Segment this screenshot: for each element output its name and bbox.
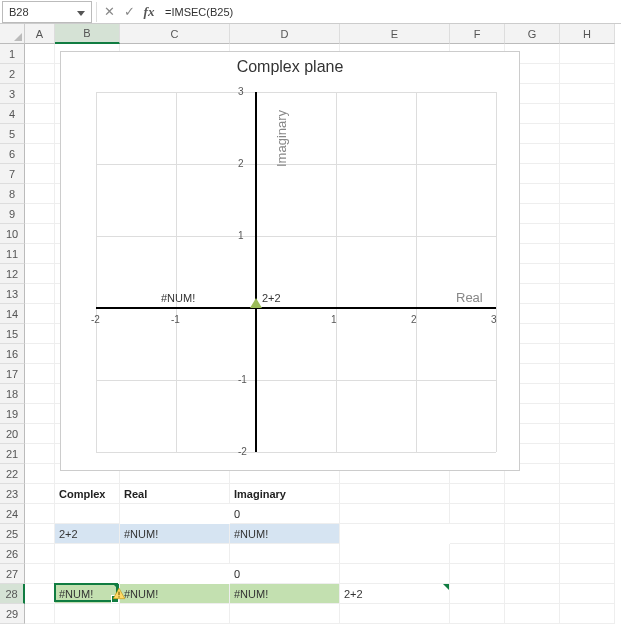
row-header-24[interactable]: 24 (0, 504, 25, 524)
cell[interactable] (505, 544, 560, 564)
cell[interactable]: #NUM! (120, 524, 230, 544)
cell[interactable] (25, 344, 55, 364)
cell[interactable] (505, 584, 560, 604)
cell[interactable] (25, 304, 55, 324)
cell[interactable] (450, 504, 505, 524)
cell[interactable] (340, 604, 450, 624)
cell[interactable] (25, 124, 55, 144)
row-header-1[interactable]: 1 (0, 44, 25, 64)
cell[interactable] (560, 124, 615, 144)
cell[interactable]: #NUM! (120, 584, 230, 604)
cell[interactable]: #NUM! (230, 584, 340, 604)
cell[interactable]: #NUM! (230, 524, 340, 544)
cell[interactable] (340, 504, 450, 524)
name-box[interactable]: B28 (2, 1, 92, 23)
row-header-8[interactable]: 8 (0, 184, 25, 204)
row-header-16[interactable]: 16 (0, 344, 25, 364)
row-header-21[interactable]: 21 (0, 444, 25, 464)
cell[interactable] (25, 284, 55, 304)
cell[interactable] (560, 144, 615, 164)
cell[interactable]: 2+2 (340, 584, 450, 604)
cell[interactable]: 0 (230, 504, 340, 524)
col-header-C[interactable]: C (120, 24, 230, 44)
col-header-B[interactable]: B (55, 24, 120, 44)
cell[interactable] (450, 544, 505, 564)
cell[interactable] (340, 544, 450, 564)
col-header-F[interactable]: F (450, 24, 505, 44)
cell[interactable] (505, 524, 560, 544)
cell[interactable] (560, 304, 615, 324)
cell[interactable] (560, 584, 615, 604)
row-header-7[interactable]: 7 (0, 164, 25, 184)
cell[interactable] (340, 484, 450, 504)
row-header-19[interactable]: 19 (0, 404, 25, 424)
cell[interactable] (55, 544, 120, 564)
cell[interactable] (450, 604, 505, 624)
cell[interactable] (55, 604, 120, 624)
cell[interactable] (560, 44, 615, 64)
cell[interactable] (450, 484, 505, 504)
cell[interactable] (25, 504, 55, 524)
row-header-29[interactable]: 29 (0, 604, 25, 624)
cell[interactable] (25, 264, 55, 284)
cell[interactable]: Real (120, 484, 230, 504)
cell[interactable] (450, 564, 505, 584)
row-header-25[interactable]: 25 (0, 524, 25, 544)
cell[interactable] (505, 484, 560, 504)
cell[interactable] (25, 324, 55, 344)
cell[interactable] (230, 544, 340, 564)
row-header-12[interactable]: 12 (0, 264, 25, 284)
cell[interactable]: 0 (230, 564, 340, 584)
cell[interactable] (25, 424, 55, 444)
cell[interactable] (25, 564, 55, 584)
col-header-A[interactable]: A (25, 24, 55, 44)
cell[interactable]: Imaginary (230, 484, 340, 504)
cell[interactable] (560, 104, 615, 124)
cell[interactable] (340, 564, 450, 584)
cell[interactable] (505, 504, 560, 524)
cell[interactable] (450, 584, 505, 604)
cell[interactable] (25, 364, 55, 384)
cell[interactable] (25, 544, 55, 564)
row-header-20[interactable]: 20 (0, 424, 25, 444)
cell[interactable] (25, 464, 55, 484)
row-header-15[interactable]: 15 (0, 324, 25, 344)
cell[interactable] (560, 484, 615, 504)
col-header-D[interactable]: D (230, 24, 340, 44)
cell[interactable] (25, 484, 55, 504)
cell[interactable] (25, 404, 55, 424)
cell[interactable] (560, 544, 615, 564)
row-header-23[interactable]: 23 (0, 484, 25, 504)
cell[interactable] (505, 564, 560, 584)
cell[interactable] (560, 604, 615, 624)
row-header-2[interactable]: 2 (0, 64, 25, 84)
col-header-H[interactable]: H (560, 24, 615, 44)
cell[interactable] (560, 184, 615, 204)
row-header-4[interactable]: 4 (0, 104, 25, 124)
cell[interactable] (230, 604, 340, 624)
cell[interactable] (25, 84, 55, 104)
cell[interactable] (55, 504, 120, 524)
cell[interactable] (560, 424, 615, 444)
cell[interactable] (560, 524, 615, 544)
cell[interactable] (25, 204, 55, 224)
cell[interactable]: Complex (55, 484, 120, 504)
cell[interactable] (560, 204, 615, 224)
cell[interactable] (25, 144, 55, 164)
row-header-5[interactable]: 5 (0, 124, 25, 144)
cell[interactable] (560, 464, 615, 484)
row-header-17[interactable]: 17 (0, 364, 25, 384)
cell[interactable] (25, 44, 55, 64)
cell[interactable] (120, 544, 230, 564)
cell[interactable] (560, 84, 615, 104)
cell[interactable] (25, 244, 55, 264)
cell[interactable] (25, 224, 55, 244)
row-header-9[interactable]: 9 (0, 204, 25, 224)
cell[interactable] (25, 384, 55, 404)
cell[interactable] (560, 404, 615, 424)
cell[interactable] (505, 604, 560, 624)
row-header-11[interactable]: 11 (0, 244, 25, 264)
cell[interactable] (25, 64, 55, 84)
row-header-28[interactable]: 28 (0, 584, 25, 604)
complex-plane-chart[interactable]: Complex plane-2-1123-2-1123RealImaginary… (60, 51, 520, 471)
